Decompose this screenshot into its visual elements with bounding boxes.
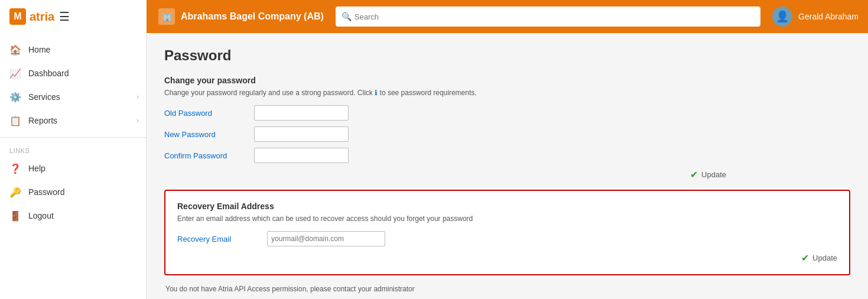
- new-password-row: New Password: [164, 126, 850, 142]
- dashboard-icon: 📈: [9, 67, 21, 79]
- recovery-checkmark-icon: ✔: [801, 252, 809, 264]
- change-password-title: Change your password: [164, 76, 850, 85]
- user-area: 👤 Gerald Abraham: [772, 6, 859, 27]
- sidebar-item-label: Services: [28, 92, 60, 102]
- recovery-email-desc: Enter an email address which can be used…: [177, 214, 837, 223]
- sidebar-item-label: Home: [28, 45, 50, 54]
- search-area: 🔍: [336, 6, 760, 27]
- recovery-email-desc-text: Enter an email address which can be used…: [177, 214, 473, 223]
- sidebar-item-logout[interactable]: 🚪 Logout: [0, 204, 146, 228]
- recovery-email-update-button[interactable]: Update: [812, 254, 837, 262]
- confirm-password-label: Confirm Password: [164, 151, 247, 160]
- sidebar-item-help[interactable]: ❓ Help: [0, 157, 146, 180]
- page-title: Password: [164, 47, 850, 64]
- recovery-email-title: Recovery Email Address: [177, 202, 837, 211]
- sidebar-item-dashboard[interactable]: 📈 Dashboard: [0, 61, 146, 85]
- header: M atria ☰ 🏢 Abrahams Bagel Company (AB) …: [0, 0, 868, 33]
- recovery-email-input[interactable]: [267, 231, 385, 246]
- api-permission-notice: You do not have Atria API Access permiss…: [164, 285, 850, 293]
- help-icon: ❓: [9, 162, 21, 174]
- key-icon: 🔑: [9, 186, 21, 198]
- search-icon: 🔍: [342, 12, 352, 21]
- recovery-email-section: Recovery Email Address Enter an email ad…: [164, 190, 850, 275]
- confirm-password-row: Confirm Password: [164, 148, 850, 163]
- new-password-input[interactable]: [254, 126, 349, 142]
- recovery-email-label: Recovery Email: [177, 235, 260, 243]
- content-area: Password Change your password Change you…: [147, 33, 868, 299]
- search-input[interactable]: [336, 6, 760, 27]
- old-password-row: Old Password: [164, 105, 850, 121]
- hamburger-button[interactable]: ☰: [59, 9, 70, 24]
- change-password-section: Change your password Change your passwor…: [164, 76, 850, 180]
- change-password-desc-suffix: to see password requirements.: [380, 89, 477, 97]
- sidebar-item-label: Dashboard: [28, 69, 69, 78]
- logo-text: atria: [30, 10, 54, 24]
- logo: M atria: [9, 8, 54, 25]
- logo-icon: M: [9, 8, 26, 25]
- checkmark-icon: ✔: [690, 169, 698, 180]
- new-password-label: New Password: [164, 130, 247, 139]
- change-password-desc: Change your password regularly and use a…: [164, 89, 850, 97]
- links-section-label: LINKS: [0, 142, 146, 157]
- sidebar-item-label: Password: [28, 187, 64, 197]
- company-name: Abrahams Bagel Company (AB): [181, 11, 324, 22]
- sidebar-item-label: Reports: [28, 116, 57, 125]
- logo-area: M atria ☰: [0, 0, 147, 33]
- sidebar-item-services[interactable]: ⚙️ Services ›: [0, 85, 146, 109]
- reports-icon: 📋: [9, 115, 21, 126]
- sidebar-item-label: Logout: [28, 211, 54, 220]
- change-password-desc-prefix: Change your password regularly and use a…: [164, 89, 373, 97]
- user-name: Gerald Abraham: [798, 12, 859, 21]
- sidebar-item-label: Help: [28, 164, 45, 173]
- avatar: 👤: [772, 6, 792, 27]
- main-layout: 🏠 Home 📈 Dashboard ⚙️ Services › 📋 Repor…: [0, 33, 868, 299]
- sidebar-item-password[interactable]: 🔑 Password: [0, 180, 146, 204]
- chevron-right-icon: ›: [136, 93, 139, 101]
- sidebar: 🏠 Home 📈 Dashboard ⚙️ Services › 📋 Repor…: [0, 33, 147, 299]
- logout-icon: 🚪: [9, 210, 21, 222]
- home-icon: 🏠: [9, 44, 21, 56]
- sidebar-item-home[interactable]: 🏠 Home: [0, 38, 146, 61]
- old-password-input[interactable]: [254, 105, 349, 121]
- sidebar-item-reports[interactable]: 📋 Reports ›: [0, 109, 146, 132]
- confirm-password-input[interactable]: [254, 148, 349, 163]
- services-icon: ⚙️: [9, 91, 21, 103]
- change-password-update-button[interactable]: Update: [701, 170, 726, 179]
- company-icon: 🏢: [158, 8, 175, 25]
- nav-divider: [0, 137, 146, 138]
- recovery-email-row: Recovery Email: [177, 231, 837, 246]
- chevron-right-icon: ›: [136, 116, 139, 125]
- company-area: 🏢 Abrahams Bagel Company (AB): [158, 8, 324, 25]
- help-circle-icon[interactable]: ℹ: [375, 89, 379, 97]
- old-password-label: Old Password: [164, 109, 247, 118]
